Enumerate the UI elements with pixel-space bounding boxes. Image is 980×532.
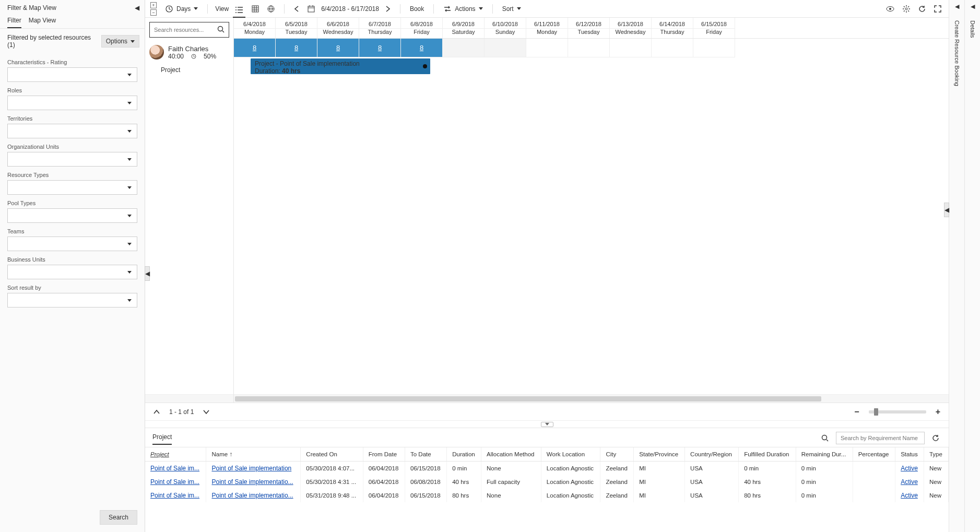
column-header[interactable]: From Date xyxy=(363,447,405,462)
column-header[interactable]: Country/Region xyxy=(685,447,739,462)
view-map-button[interactable] xyxy=(265,3,277,15)
resource-h-scrollbar[interactable] xyxy=(145,394,233,403)
svg-point-30 xyxy=(218,27,223,31)
column-header[interactable]: Created On xyxy=(301,447,363,462)
view-grid-button[interactable] xyxy=(250,3,261,15)
resource-row[interactable]: Faith Charles 40:00 50% xyxy=(145,42,233,63)
calendar-icon[interactable] xyxy=(305,3,317,15)
scrollbar-thumb[interactable] xyxy=(235,396,821,401)
allocation-cell[interactable]: 8 xyxy=(317,39,359,57)
zoom-thumb[interactable] xyxy=(874,408,878,416)
splitter-handle-icon[interactable] xyxy=(541,422,553,427)
create-booking-rail[interactable]: ◀ Create Resource Booking xyxy=(949,0,964,532)
resource-search-box[interactable] xyxy=(149,22,229,38)
drag-handle-icon[interactable] xyxy=(423,64,427,68)
allocation-cell[interactable]: 8 xyxy=(359,39,401,57)
status-link[interactable]: Active xyxy=(901,492,918,499)
filter-field-select[interactable] xyxy=(7,152,137,167)
date-range-text[interactable]: 6/4/2018 - 6/17/2018 xyxy=(321,5,379,13)
req-search-icon[interactable] xyxy=(819,432,831,444)
day-column: 6/14/2018Thursday xyxy=(652,18,693,38)
booking-bar[interactable]: Project - Point of Sale implementationDu… xyxy=(251,58,430,74)
req-search-input[interactable] xyxy=(836,432,925,444)
next-range-button[interactable] xyxy=(383,4,393,14)
filter-field-select[interactable] xyxy=(7,208,137,223)
timescale-dropdown[interactable]: Days xyxy=(163,3,200,15)
status-link[interactable]: Active xyxy=(901,478,918,486)
project-link[interactable]: Point of Sale im... xyxy=(150,478,199,486)
collapse-all-button[interactable]: − xyxy=(150,9,157,16)
fullscreen-icon[interactable] xyxy=(932,3,943,15)
table-row[interactable]: Point of Sale im...Point of Sale impleme… xyxy=(145,475,949,489)
column-header[interactable]: Allocation Method xyxy=(481,447,541,462)
project-link[interactable]: Point of Sale im... xyxy=(150,465,199,472)
name-link[interactable]: Point of Sale implementation xyxy=(211,465,291,472)
left-splitter-handle[interactable]: ◀ xyxy=(145,266,150,281)
column-header[interactable]: To Date xyxy=(405,447,446,462)
allocation-cell[interactable]: 8 xyxy=(401,39,443,57)
filter-search-button[interactable]: Search xyxy=(100,510,137,525)
settings-icon[interactable] xyxy=(901,3,912,15)
project-link[interactable]: Point of Sale im... xyxy=(150,492,199,499)
column-header[interactable]: City xyxy=(600,447,634,462)
grid-h-scrollbar[interactable] xyxy=(234,394,949,403)
allocation-cell[interactable]: 8 xyxy=(234,39,276,57)
filter-field-select[interactable] xyxy=(7,293,137,308)
page-down-button[interactable] xyxy=(201,407,211,417)
filter-field-select[interactable] xyxy=(7,180,137,195)
prev-range-button[interactable] xyxy=(292,4,301,14)
page-up-button[interactable] xyxy=(151,407,162,417)
filter-field-select[interactable] xyxy=(7,67,137,82)
name-link[interactable]: Point of Sale implementatio... xyxy=(211,478,293,486)
sort-dropdown[interactable]: Sort xyxy=(500,3,523,15)
tab-map-view[interactable]: Map View xyxy=(29,14,56,28)
filter-field-select[interactable] xyxy=(7,96,137,110)
column-header[interactable]: Duration xyxy=(447,447,481,462)
name-link[interactable]: Point of Sale implementatio... xyxy=(211,492,293,499)
column-header[interactable]: Name ↑ xyxy=(206,447,301,462)
horizontal-splitter[interactable] xyxy=(145,420,949,428)
table-row[interactable]: Point of Sale im...Point of Sale impleme… xyxy=(145,489,949,502)
actions-dropdown[interactable]: Actions xyxy=(441,3,485,15)
collapse-rail-icon[interactable]: ◀ xyxy=(955,0,959,13)
zoom-in-button[interactable]: + xyxy=(934,405,942,419)
resource-search-input[interactable] xyxy=(154,27,225,33)
visibility-icon[interactable] xyxy=(884,4,896,14)
status-link[interactable]: Active xyxy=(901,465,918,472)
column-header[interactable]: State/Province xyxy=(634,447,685,462)
tab-filter[interactable]: Filter xyxy=(7,14,21,28)
resource-sub-row[interactable]: Project xyxy=(145,63,233,77)
day-name: Friday xyxy=(693,28,735,38)
expand-all-button[interactable]: + xyxy=(150,2,157,8)
book-button[interactable]: Book xyxy=(408,3,426,15)
filter-field-select[interactable] xyxy=(7,265,137,279)
column-header[interactable]: Percentage xyxy=(853,447,895,462)
view-list-button[interactable] xyxy=(233,4,245,18)
allocation-cell[interactable]: 8 xyxy=(276,39,317,57)
req-refresh-icon[interactable] xyxy=(930,432,941,444)
column-header[interactable]: Work Location xyxy=(541,447,600,462)
column-header[interactable]: Remaining Dur... xyxy=(796,447,853,462)
collapse-left-icon[interactable]: ◀ xyxy=(135,4,139,11)
filter-field-label: Pool Types xyxy=(7,198,137,208)
column-header[interactable]: Project xyxy=(145,447,206,462)
filter-field-label: Organizational Units xyxy=(7,141,137,152)
filter-field-select[interactable] xyxy=(7,237,137,251)
collapse-rail-icon[interactable]: ◀ xyxy=(971,0,975,13)
tab-project-bottom[interactable]: Project xyxy=(152,431,172,445)
zoom-out-button[interactable]: − xyxy=(852,405,861,419)
filter-field-label: Characteristics - Rating xyxy=(7,57,137,67)
column-header[interactable]: Fulfilled Duration xyxy=(739,447,796,462)
column-header[interactable]: Type xyxy=(924,447,948,462)
column-header[interactable]: Status xyxy=(895,447,924,462)
filter-field-select[interactable] xyxy=(7,124,137,138)
details-rail[interactable]: ◀ Details xyxy=(964,0,980,532)
filter-options-button[interactable]: Options xyxy=(101,35,139,48)
filter-field-label: Business Units xyxy=(7,254,137,265)
search-icon[interactable] xyxy=(217,26,225,33)
zoom-slider[interactable] xyxy=(869,410,926,413)
refresh-icon[interactable] xyxy=(916,3,928,15)
avatar xyxy=(149,45,164,60)
table-row[interactable]: Point of Sale im...Point of Sale impleme… xyxy=(145,462,949,476)
right-splitter-handle[interactable]: ◀ xyxy=(944,203,949,217)
